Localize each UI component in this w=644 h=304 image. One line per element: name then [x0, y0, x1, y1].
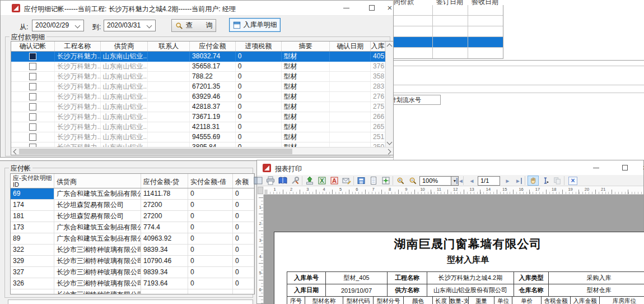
tools-icon[interactable] [290, 176, 301, 186]
close-button[interactable]: × [382, 2, 397, 13]
inbound-detail-button[interactable]: 入库单明细 [229, 18, 281, 32]
column-header[interactable]: 进项税额 [236, 42, 282, 51]
svg-text:X: X [320, 177, 324, 184]
book-icon[interactable] [277, 176, 288, 186]
column-header[interactable]: 工程名称 [55, 42, 101, 51]
column-header-sign-date: 签订日期 [436, 0, 470, 5]
payables-table-row[interactable]: 174 长沙坦森贸易有限公司 27200 0 0 [11, 200, 254, 211]
payables-table-row[interactable]: 长沙市三湘特种玻璃有限公司 [11, 289, 254, 294]
confirm-checkbox[interactable] [29, 113, 36, 121]
prev-page-icon[interactable]: ◄ [466, 176, 477, 186]
chevron-down-icon [75, 23, 81, 29]
column-header[interactable]: 实付金额-借 [188, 174, 233, 188]
confirm-checkbox[interactable] [29, 63, 36, 70]
payable-detail-row[interactable]: 长沙万科魅力... 山东南山铝业... 63929.46 0 型材 276 [11, 92, 385, 102]
to-date-combobox[interactable]: 2020/03/31 [104, 20, 156, 31]
page-number-input[interactable]: 1/1 [478, 176, 500, 186]
preview-viewport: 湖南巨晟门窗幕墙有限公司 型材入库单 入库单号 型材_405 工程名称 长沙万科… [264, 195, 643, 303]
confirm-checkbox[interactable] [29, 83, 36, 90]
column-header[interactable]: 余额 [233, 174, 254, 188]
plan-serial-field[interactable]: 计划流水号 [388, 95, 441, 105]
close-preview-icon[interactable]: × [567, 176, 578, 186]
payables-table-row[interactable]: 329 长沙市三湘特种玻璃有限公司 10790.46 0 0 [11, 256, 254, 267]
payable-detail-row[interactable]: 长沙万科魅力... 山东南山铝业... 42118.31 0 型材 265 [11, 122, 385, 132]
payable-detail-row[interactable]: 长沙万科魅力... 山东南山铝业... 42818.37 0 型材 275 [11, 102, 385, 112]
maximize-button[interactable] [365, 2, 379, 13]
scrollbar-thumb[interactable] [19, 149, 292, 154]
next-page-icon[interactable]: ► [502, 176, 513, 186]
contract-grid-row[interactable] [394, 5, 503, 16]
from-date-combobox[interactable]: 2020/02/29 [32, 20, 84, 31]
payables-table-row[interactable]: 69 广东合和建筑五金制品有限公司 11411.78 0 0 [11, 188, 254, 200]
zoom-level-select[interactable]: 100% ▼ [419, 176, 459, 186]
horizontal-ruler-numbers: 123456789101112131415161718192021 [267, 187, 612, 192]
column-header[interactable]: 确认日期 [330, 42, 371, 51]
scroll-right-icon[interactable] [386, 149, 391, 155]
to-label: 到: [92, 22, 101, 32]
export-icon[interactable] [304, 176, 315, 186]
report-company-title: 湖南巨晟门窗幕墙有限公司 [287, 236, 644, 252]
payables-table-row[interactable]: 327 长沙市三湘特种玻璃有限公司 9839.34 0 0 [11, 267, 254, 278]
minimize-button[interactable] [339, 2, 353, 13]
app-icon [263, 164, 271, 172]
payable-detail-row[interactable]: 长沙万科魅力... 山东南山铝业... 35658.17 0 型材 376 [11, 62, 385, 72]
contract-grid-row[interactable] [394, 16, 503, 26]
column-header[interactable]: 入库 [371, 42, 385, 51]
copy-pages-icon[interactable] [552, 176, 563, 186]
save-icon[interactable] [356, 176, 367, 186]
payables-table-row[interactable]: 322 长沙市三湘特种玻璃有限公司 9839.34 0 0 [11, 245, 254, 256]
divider [393, 93, 644, 93]
mail-icon[interactable] [341, 176, 352, 186]
add-grid-icon[interactable] [380, 176, 391, 186]
document-icon[interactable] [368, 176, 379, 186]
column-header[interactable]: 供货商 [101, 42, 148, 51]
column-header[interactable]: 供货商 [54, 174, 141, 188]
excel-export-icon[interactable]: X [316, 176, 328, 186]
confirm-checkbox[interactable] [29, 73, 36, 80]
docked-panel-icon[interactable] [253, 176, 264, 186]
chevron-down-icon [147, 23, 152, 29]
query-button[interactable]: 查 询 [171, 19, 216, 32]
payable-detail-row[interactable]: 长沙万科魅力... 山东南山铝业... 94555.69 0 型材 251 [11, 132, 385, 142]
payables-table-row[interactable]: 181 长沙坦森贸易有限公司 27200 0 0 [11, 211, 254, 222]
close-button[interactable]: × [638, 162, 644, 173]
confirm-checkbox[interactable] [29, 53, 36, 60]
maximize-button[interactable] [618, 162, 632, 173]
column-header[interactable]: 应付金额-贷 [141, 174, 188, 188]
contract-grid-row[interactable] [394, 26, 503, 37]
column-header[interactable]: 摘要 [282, 42, 330, 51]
payable-detail-row[interactable]: 长沙万科魅力... 山东南山铝业... 73671.19 0 型材 266 [11, 112, 385, 122]
payable-detail-row[interactable]: 长沙万科魅力... 山东南山铝业... 788.22 0 型材 358 [11, 72, 385, 82]
payable-detail-row[interactable]: 长沙万科魅力... 山东南山铝业... 38032.74 0 型材 405 [11, 52, 385, 62]
pdf-export-icon[interactable]: A [329, 176, 340, 186]
text-select-icon[interactable] [540, 176, 551, 186]
payable-detail-row[interactable]: 长沙万科魅力... 山东南山铝业... 3895.84 0 型材 250 [11, 142, 385, 147]
last-page-icon[interactable]: ► [513, 176, 524, 186]
confirm-checkbox[interactable] [29, 93, 36, 100]
zoom-in-icon[interactable] [395, 176, 406, 186]
contract-grid-row[interactable] [394, 37, 503, 48]
column-header[interactable]: 应-实付款明细ID [11, 174, 54, 188]
column-header[interactable]: 联系人 [148, 42, 190, 51]
minimize-button[interactable] [589, 162, 603, 173]
column-header[interactable]: 确认记帐 [11, 42, 55, 51]
zoom-out-icon[interactable] [407, 176, 418, 186]
confirm-checkbox[interactable] [29, 133, 36, 141]
scroll-up-icon[interactable] [387, 44, 393, 49]
report-page: 湖南巨晟门窗幕墙有限公司 型材入库单 入库单号 型材_405 工程名称 长沙万科… [274, 232, 644, 304]
payable-detail-row[interactable]: 长沙万科魅力... 山东南山铝业... 67201.35 0 型材 283 [11, 82, 385, 92]
payables-table-row[interactable]: 89 广东合和建筑五金制品有限公司 40963.92 0 0 [11, 233, 254, 245]
payables-table-row[interactable]: 173 广东合和建筑五金制品有限公司 774.4 0 0 [11, 222, 254, 233]
column-header[interactable]: 应付金额 [190, 42, 236, 51]
scroll-down-icon[interactable] [387, 140, 393, 145]
first-page-icon[interactable]: ◄ [454, 176, 465, 186]
confirm-checkbox[interactable] [29, 123, 36, 131]
confirm-checkbox[interactable] [29, 103, 36, 110]
payables-table-row[interactable]: 326 长沙市三湘特种玻璃有限公司 7193.64 0 0 [11, 278, 254, 289]
scroll-left-icon[interactable] [13, 149, 19, 155]
hand-tool-icon[interactable] [528, 176, 539, 186]
contract-grid-row[interactable] [394, 48, 503, 58]
horizontal-scrollbar[interactable] [11, 147, 393, 155]
vertical-scrollbar[interactable] [385, 42, 393, 147]
print-icon[interactable] [265, 176, 276, 186]
